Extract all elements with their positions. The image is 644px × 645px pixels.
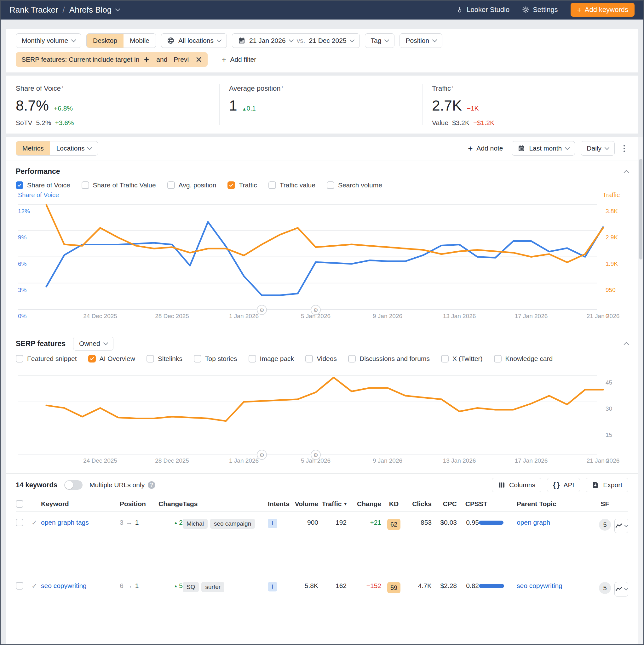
unchecked-checkbox-icon[interactable] — [16, 355, 23, 363]
info-icon[interactable]: i — [452, 84, 453, 89]
annotation-gear-marker[interactable]: ⚙ — [257, 450, 267, 459]
tag-pill[interactable]: surfer — [201, 582, 224, 592]
column-header-traffic[interactable]: Traffic▾ — [322, 500, 347, 508]
remove-filter-button[interactable] — [192, 53, 205, 65]
owned-dropdown[interactable]: Owned — [73, 337, 114, 351]
checked-checkbox-icon[interactable] — [227, 181, 235, 189]
checkbox-item-videos[interactable]: Videos — [305, 355, 337, 363]
unchecked-checkbox-icon[interactable] — [269, 181, 276, 189]
unchecked-checkbox-icon[interactable] — [16, 582, 23, 590]
column-header-cpc[interactable]: CPC — [443, 500, 457, 508]
column-header-kd[interactable]: KD — [389, 500, 398, 508]
position-filter-dropdown[interactable]: Position — [399, 33, 442, 48]
looker-studio-link[interactable]: Looker Studio — [456, 6, 509, 14]
help-icon[interactable]: ? — [148, 481, 155, 489]
breadcrumb-project[interactable]: Ahrefs Blog — [69, 5, 112, 15]
keyword-link[interactable]: seo copywriting — [41, 582, 87, 590]
collapse-section-icon[interactable] — [624, 342, 629, 348]
checked-checkbox-icon[interactable] — [16, 181, 23, 189]
unchecked-checkbox-icon[interactable] — [16, 500, 23, 508]
breadcrumb[interactable]: Rank Tracker / Ahrefs Blog — [9, 5, 119, 15]
unchecked-checkbox-icon[interactable] — [16, 519, 23, 526]
checkbox-item-knowledge-card[interactable]: Knowledge card — [494, 355, 553, 363]
column-header-clicks[interactable]: Clicks — [412, 500, 432, 508]
serp-features-filter-chip[interactable]: SERP features: Current include target in… — [16, 52, 208, 67]
add-filter-button[interactable]: + Add filter — [218, 55, 259, 64]
checkbox-item-top-stories[interactable]: Top stories — [194, 355, 237, 363]
checkbox-item-share-of-voice[interactable]: Share of Voice — [16, 181, 70, 189]
checkbox-item-ai-overview[interactable]: AI Overview — [88, 355, 135, 363]
parent-topic-link[interactable]: seo copywriting — [517, 582, 562, 590]
export-button[interactable]: Export — [586, 478, 628, 492]
checkbox-item-share-of-traffic-value[interactable]: Share of Traffic Value — [82, 181, 156, 189]
column-header-position[interactable]: Position — [120, 500, 158, 508]
api-button[interactable]: { } API — [547, 478, 580, 492]
scrollbar-thumb[interactable] — [639, 159, 642, 259]
collapse-section-icon[interactable] — [624, 170, 629, 175]
tag-pill[interactable]: SQ — [183, 582, 199, 592]
granularity-dropdown[interactable]: Daily — [581, 141, 615, 156]
checkbox-item-image-pack[interactable]: Image pack — [249, 355, 294, 363]
info-icon[interactable]: i — [62, 84, 63, 89]
annotation-gear-marker[interactable]: ⚙ — [311, 305, 320, 314]
scrollbar[interactable] — [638, 137, 643, 644]
date-range-dropdown[interactable]: 21 Jan 2026 vs. 21 Dec 2025 — [232, 33, 360, 48]
column-header-traffic_change[interactable]: Change — [357, 500, 381, 508]
add-note-button[interactable]: + Add note — [465, 144, 506, 153]
column-header-tags[interactable]: Tags — [183, 500, 268, 508]
device-mobile-tab[interactable]: Mobile — [124, 34, 156, 47]
unchecked-checkbox-icon[interactable] — [147, 355, 154, 363]
checkbox-label: Discussions and forums — [359, 355, 430, 363]
unchecked-checkbox-icon[interactable] — [327, 181, 334, 189]
column-header-sf[interactable]: SF — [601, 500, 609, 508]
row-checkbox[interactable] — [16, 519, 31, 526]
checkbox-item-featured-snippet[interactable]: Featured snippet — [16, 355, 77, 363]
columns-button[interactable]: Columns — [492, 478, 541, 492]
settings-link[interactable]: Settings — [522, 6, 558, 14]
column-header-cps[interactable]: CPS — [465, 500, 479, 508]
column-header-change[interactable]: Change — [158, 500, 183, 508]
keyword-link[interactable]: open graph tags — [41, 519, 89, 526]
info-icon[interactable]: i — [282, 84, 283, 89]
checkbox-item-sitelinks[interactable]: Sitelinks — [147, 355, 182, 363]
tab-metrics[interactable]: Metrics — [16, 142, 50, 155]
column-header-volume[interactable]: Volume — [295, 500, 318, 508]
device-desktop-tab[interactable]: Desktop — [87, 34, 124, 47]
checkbox-item-traffic-value[interactable]: Traffic value — [269, 181, 315, 189]
more-options-icon[interactable] — [620, 142, 628, 155]
unchecked-checkbox-icon[interactable] — [494, 355, 502, 363]
unchecked-checkbox-icon[interactable] — [348, 355, 356, 363]
checkbox-item-search-volume[interactable]: Search volume — [327, 181, 382, 189]
position-history-button[interactable] — [614, 582, 628, 597]
time-range-dropdown[interactable]: Last month — [512, 141, 575, 156]
checkbox-item-x-twitter-[interactable]: X (Twitter) — [441, 355, 483, 363]
tab-locations[interactable]: Locations — [50, 142, 98, 155]
tag-filter-dropdown[interactable]: Tag — [365, 33, 395, 48]
tag-pill[interactable]: seo campaign — [210, 519, 255, 529]
unchecked-checkbox-icon[interactable] — [167, 181, 175, 189]
annotation-gear-marker[interactable]: ⚙ — [257, 305, 267, 314]
unchecked-checkbox-icon[interactable] — [441, 355, 449, 363]
column-header-keyword[interactable]: Keyword — [41, 500, 120, 508]
unchecked-checkbox-icon[interactable] — [249, 355, 256, 363]
annotation-gear-marker[interactable]: ⚙ — [311, 450, 320, 459]
checkbox-item-avg-position[interactable]: Avg. position — [167, 181, 216, 189]
checked-checkbox-icon[interactable] — [88, 355, 96, 363]
checkbox-item-traffic[interactable]: Traffic — [227, 181, 257, 189]
multiple-urls-toggle[interactable] — [64, 480, 83, 490]
unchecked-checkbox-icon[interactable] — [82, 181, 89, 189]
position-history-button[interactable] — [614, 519, 628, 533]
tag-pill[interactable]: Michal — [183, 519, 208, 529]
select-all-checkbox[interactable] — [16, 500, 31, 508]
checkbox-item-discussions-and-forums[interactable]: Discussions and forums — [348, 355, 430, 363]
row-checkbox[interactable] — [16, 582, 31, 590]
add-keywords-button[interactable]: + Add keywords — [571, 3, 635, 17]
unchecked-checkbox-icon[interactable] — [305, 355, 313, 363]
unchecked-checkbox-icon[interactable] — [194, 355, 201, 363]
column-header-st[interactable]: ST — [479, 500, 517, 508]
parent-topic-link[interactable]: open graph — [517, 519, 550, 526]
volume-mode-dropdown[interactable]: Monthly volume — [16, 33, 81, 48]
column-header-parent_topic[interactable]: Parent Topic — [517, 500, 596, 508]
column-header-intents[interactable]: Intents — [268, 500, 296, 508]
locations-dropdown[interactable]: All locations — [161, 33, 227, 48]
